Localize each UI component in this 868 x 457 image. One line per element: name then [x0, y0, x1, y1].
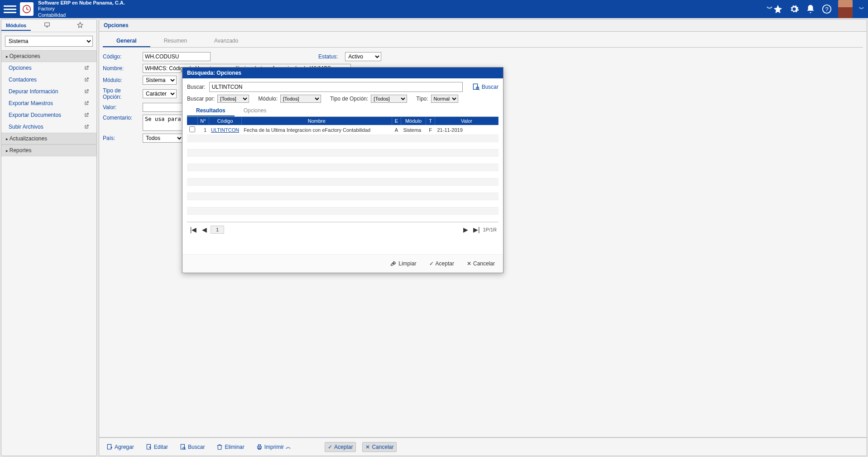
app-name: Factory [38, 6, 761, 12]
module-name: Contabilidad [38, 12, 761, 18]
col-check [187, 117, 197, 125]
svg-text:?: ? [825, 6, 828, 13]
select-tipo-opcion[interactable]: Carácter [143, 89, 177, 98]
page-title: Opciones [99, 19, 867, 32]
search-icon [473, 83, 480, 91]
svg-rect-7 [181, 444, 184, 449]
select-filter-modulo[interactable]: [Todos] [280, 95, 321, 103]
modal-search-button[interactable]: Buscar [473, 83, 499, 91]
sidebar-tab-modulos[interactable]: Módulos [1, 21, 31, 31]
left-sidebar: Módulos Sistema Operaciones Opciones Con… [1, 19, 97, 456]
label-estatus: Estatus: [318, 53, 338, 60]
close-icon: ✕ [467, 260, 471, 267]
top-bar: Software ERP en Nube Panama, C.A. Factor… [0, 0, 868, 18]
search-button[interactable]: Buscar [177, 443, 207, 452]
expand-down-icon[interactable]: ︾ [767, 5, 773, 13]
section-operaciones[interactable]: Operaciones [1, 50, 96, 62]
external-link-icon [84, 112, 89, 118]
table-row [187, 149, 499, 157]
svg-rect-10 [258, 444, 260, 446]
select-filter-tipo-opcion[interactable]: [Todos] [371, 95, 407, 103]
module-select[interactable]: Sistema [5, 36, 93, 47]
sidebar-item-subir[interactable]: Subir Archivos [1, 121, 96, 133]
select-filter-tipo[interactable]: Normal [431, 95, 458, 103]
page-number[interactable]: 1 [211, 226, 224, 234]
check-icon: ✓ [328, 444, 332, 450]
first-page-icon[interactable]: |◀ [189, 225, 198, 234]
row-codigo-link[interactable]: ULTINTCON [209, 125, 241, 135]
modal-tab-opciones[interactable]: Opciones [235, 106, 276, 116]
table-row [187, 142, 499, 149]
tab-general[interactable]: General [103, 35, 150, 47]
accept-button[interactable]: ✓ Aceptar [325, 442, 356, 452]
section-reportes[interactable]: Reportes [1, 144, 96, 156]
add-button[interactable]: Agregar [104, 443, 137, 452]
svg-rect-12 [473, 84, 477, 89]
user-avatar[interactable] [838, 0, 853, 18]
modal-tab-resultados[interactable]: Resultados [187, 106, 235, 116]
table-row [187, 207, 499, 215]
next-page-icon[interactable]: ▶ [461, 225, 470, 234]
search-input[interactable] [209, 82, 463, 92]
label-tipo-opcion: Tipo de Opción: [103, 87, 139, 100]
row-checkbox[interactable] [189, 126, 195, 132]
tab-resumen[interactable]: Resumen [150, 35, 201, 47]
input-codigo[interactable] [143, 52, 211, 61]
select-buscar-por[interactable]: [Todos] [217, 95, 249, 103]
section-actualizaciones[interactable]: Actualizaciones [1, 133, 96, 144]
table-row[interactable]: 1 ULTINTCON Fecha de la Ultima Integraci… [187, 125, 499, 135]
delete-button[interactable]: Eliminar [214, 443, 247, 452]
table-row [187, 215, 499, 222]
label-buscar-por: Buscar por: [187, 96, 215, 102]
star-icon[interactable] [773, 4, 783, 14]
print-button[interactable]: Imprimir ︽ [254, 442, 294, 452]
external-link-icon [84, 77, 89, 82]
sidebar-item-depurar[interactable]: Depurar Información [1, 86, 96, 97]
search-modal: Búsqueda: Opciones Buscar: Buscar Buscar… [182, 67, 504, 273]
gear-icon[interactable] [789, 4, 799, 14]
external-link-icon [84, 124, 89, 130]
modal-accept-button[interactable]: ✓ Aceptar [426, 259, 458, 268]
search-icon [180, 444, 186, 450]
sidebar-item-exp-docs[interactable]: Exportar Documentos [1, 109, 96, 121]
pager: |◀ ◀ 1 ▶ ▶| 1P/1R [187, 222, 499, 237]
label-filter-tipo: Tipo: [416, 96, 428, 102]
monitor-icon[interactable] [31, 22, 63, 29]
app-logo[interactable] [20, 2, 34, 16]
label-buscar: Buscar: [187, 84, 206, 90]
check-icon: ✓ [429, 260, 434, 267]
bell-icon[interactable] [806, 4, 815, 14]
cancel-button[interactable]: ✕ Cancelar [362, 442, 397, 452]
last-page-icon[interactable]: ▶| [472, 225, 481, 234]
label-codigo: Código: [103, 53, 139, 60]
help-icon[interactable]: ? [822, 4, 832, 14]
label-filter-modulo: Módulo: [258, 96, 278, 102]
menu-icon[interactable] [4, 3, 16, 15]
app-title-block: Software ERP en Nube Panama, C.A. Factor… [38, 0, 761, 18]
prev-page-icon[interactable]: ◀ [200, 225, 209, 234]
sidebar-item-contadores[interactable]: Contadores [1, 74, 96, 86]
sidebar-item-opciones[interactable]: Opciones [1, 62, 96, 74]
select-estatus[interactable]: Activo [345, 52, 381, 61]
star-outline-icon[interactable] [64, 22, 96, 29]
external-link-icon [84, 65, 89, 71]
external-link-icon [84, 101, 89, 106]
company-name: Software ERP en Nube Panama, C.A. [38, 0, 761, 6]
label-nombre: Nombre: [103, 65, 139, 72]
modal-title: Búsqueda: Opciones [182, 67, 503, 78]
select-pais[interactable]: Todos [143, 134, 183, 143]
col-e: E [392, 117, 401, 125]
clear-button[interactable]: Limpiar [387, 259, 420, 268]
close-icon: ✕ [365, 444, 370, 450]
select-modulo[interactable]: Sistema [143, 76, 177, 85]
edit-button[interactable]: Editar [143, 443, 171, 452]
sidebar-item-exp-maestros[interactable]: Exportar Maestros [1, 97, 96, 109]
results-table: N° Código Nombre E Módulo T Valor 1 ULTI… [187, 117, 499, 222]
modal-cancel-button[interactable]: ✕ Cancelar [463, 259, 499, 268]
table-row [187, 178, 499, 186]
chevron-down-icon[interactable]: ︾ [859, 5, 864, 13]
col-n: N° [197, 117, 209, 125]
tab-avanzado[interactable]: Avanzado [201, 35, 252, 47]
label-filter-tipo-opcion: Tipo de Opción: [330, 96, 368, 102]
table-row [187, 186, 499, 193]
